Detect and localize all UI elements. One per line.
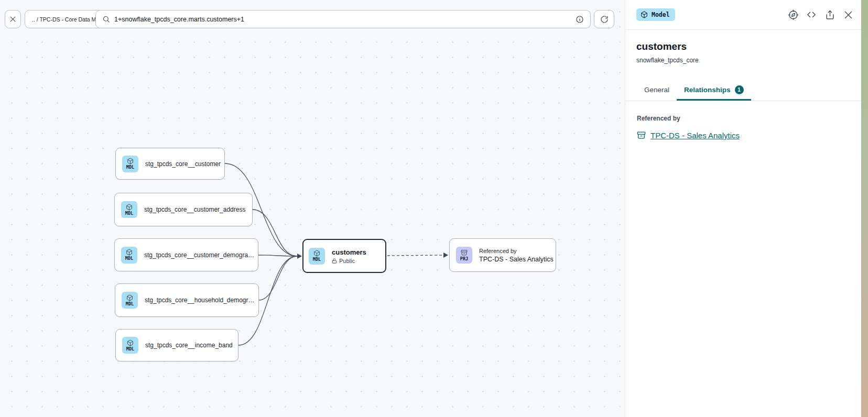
node-customers[interactable]: MDL customers Public — [302, 239, 386, 273]
type-chip: Model — [636, 8, 675, 21]
refresh-icon — [600, 15, 609, 24]
node-stg-customer-demographics[interactable]: MDL stg_tpcds_core__customer_demogra… — [114, 238, 258, 271]
node-tpcds-sales-analytics[interactable]: PRJ Referenced by TPC-DS - Sales Analyti… — [449, 238, 556, 272]
relationships-count-badge: 1 — [735, 85, 744, 94]
cube-icon — [126, 204, 133, 211]
model-badge: MDL — [122, 156, 138, 172]
node-label: customers — [332, 248, 366, 256]
model-badge: MDL — [309, 248, 325, 265]
node-label: stg_tpcds_core__customer — [145, 160, 221, 168]
node-label: stg_tpcds_core__customer_demogra… — [144, 251, 254, 259]
schema-subtitle: snowflake_tpcds_core — [636, 57, 850, 64]
refresh-button[interactable] — [594, 10, 614, 28]
close-icon — [9, 15, 17, 23]
close-panel-button[interactable] — [842, 9, 854, 20]
lineage-search — [95, 10, 591, 28]
type-chip-label: Model — [652, 11, 670, 18]
compass-button[interactable] — [787, 9, 799, 20]
unlock-icon — [332, 258, 337, 264]
model-badge: MDL — [121, 247, 137, 264]
lineage-edges — [0, 0, 625, 417]
close-icon — [843, 10, 853, 20]
referenced-by-heading: Referenced by — [637, 115, 850, 122]
details-panel: Model customers snowflake_tpcds_core Gen… — [625, 0, 861, 417]
panel-tabs: General Relationships 1 — [625, 79, 861, 101]
search-icon — [102, 15, 110, 23]
referenced-project-link[interactable]: TPC-DS - Sales Analytics — [637, 131, 850, 140]
search-input[interactable] — [114, 16, 571, 23]
node-label: TPC-DS - Sales Analytics — [479, 256, 554, 263]
share-icon — [825, 10, 835, 20]
tab-general[interactable]: General — [637, 79, 677, 101]
close-lineage-button[interactable] — [5, 10, 21, 28]
info-icon[interactable] — [576, 15, 584, 24]
tab-relationships[interactable]: Relationships 1 — [677, 79, 751, 101]
node-subtitle: Referenced by — [479, 248, 554, 254]
access-row: Public — [332, 258, 366, 264]
desktop-wallpaper-strip — [861, 0, 868, 417]
node-stg-customer-address[interactable]: MDL stg_tpcds_core__customer_address — [114, 193, 253, 226]
node-label: stg_tpcds_core__household_demogr… — [145, 297, 254, 304]
node-stg-household-demographics[interactable]: MDL stg_tpcds_core__household_demogr… — [115, 283, 259, 317]
panel-header: Model — [625, 0, 861, 30]
node-label: stg_tpcds_core__income_band — [145, 342, 233, 349]
view-code-button[interactable] — [806, 9, 817, 20]
cube-icon — [127, 339, 134, 346]
model-badge: MDL — [122, 337, 138, 354]
cube-icon — [127, 158, 134, 164]
archive-icon — [461, 249, 468, 256]
project-badge: PRJ — [456, 247, 472, 264]
node-stg-customer[interactable]: MDL stg_tpcds_core__customer — [115, 148, 225, 180]
model-badge: MDL — [121, 201, 137, 218]
page-title: customers — [636, 41, 850, 52]
cube-icon — [126, 294, 133, 301]
node-label: stg_tpcds_core__customer_address — [144, 206, 245, 213]
access-label: Public — [339, 258, 355, 264]
archive-icon — [637, 131, 646, 140]
cube-icon — [313, 250, 320, 257]
compass-icon — [788, 9, 799, 20]
lineage-canvas[interactable]: .. / TPC-DS - Core Data Models MDL stg_t… — [0, 0, 625, 417]
share-button[interactable] — [824, 9, 836, 20]
cube-icon — [126, 249, 133, 256]
model-badge: MDL — [122, 292, 138, 309]
referenced-project-label[interactable]: TPC-DS - Sales Analytics — [650, 131, 740, 140]
node-stg-income-band[interactable]: MDL stg_tpcds_core__income_band — [115, 329, 238, 361]
cube-icon — [641, 11, 648, 18]
code-icon — [806, 9, 817, 20]
